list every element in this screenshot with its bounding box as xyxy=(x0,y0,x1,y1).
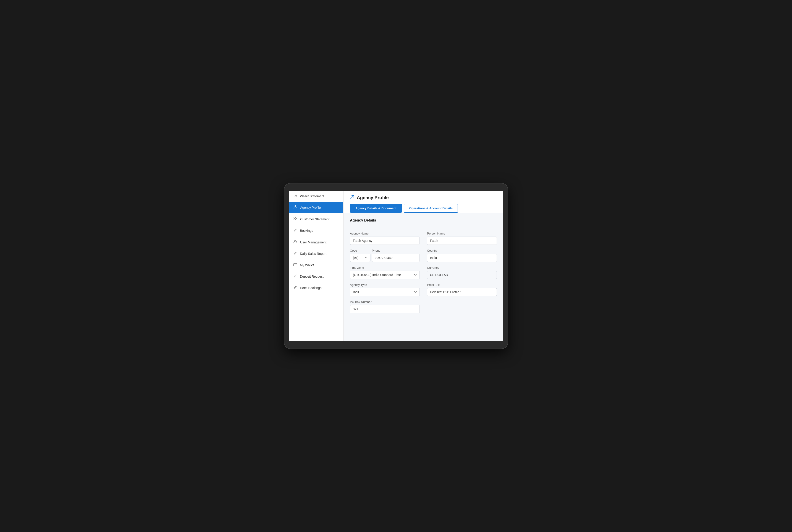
agency-name-group: Agency Name xyxy=(350,232,420,245)
section-title: Agency Details xyxy=(350,218,497,223)
wallet-statement-icon: 🗂 xyxy=(293,194,297,198)
tablet-frame: 🗂 Wallet Statement Agency Profile xyxy=(284,184,508,348)
country-group: Country xyxy=(427,249,497,262)
form-grid: Agency Name Person Name Code xyxy=(350,232,497,313)
user-management-icon xyxy=(293,240,297,245)
sidebar-item-wallet-statement[interactable]: 🗂 Wallet Statement xyxy=(289,191,343,202)
po-box-label: PO Box Number xyxy=(350,300,420,304)
person-name-label: Person Name xyxy=(427,232,497,235)
currency-group: Currency US DOLLAR xyxy=(427,266,497,279)
page-title-row: Agency Profile xyxy=(350,195,497,204)
form-area: Agency Details Agency Name Person Name xyxy=(344,213,503,319)
agency-type-group: Agency Type B2B xyxy=(350,283,420,296)
sidebar-item-label: Bookings xyxy=(300,229,313,232)
svg-point-5 xyxy=(294,240,296,242)
tab-operations-account[interactable]: Operations & Account Details xyxy=(404,204,458,213)
sidebar-item-label: Agency Profile xyxy=(300,206,321,209)
agency-type-label: Agency Type xyxy=(350,283,420,287)
divider xyxy=(350,227,497,227)
customer-statement-icon xyxy=(293,216,297,222)
deposit-request-icon xyxy=(293,274,297,279)
sidebar-item-daily-sales-report[interactable]: Daily Sales Report xyxy=(289,248,343,260)
person-name-input[interactable] xyxy=(427,236,497,245)
currency-label: Currency xyxy=(427,266,497,269)
sidebar-item-customer-statement[interactable]: Customer Statement xyxy=(289,213,343,225)
country-input[interactable] xyxy=(427,254,497,262)
agency-name-input[interactable] xyxy=(350,236,420,245)
phone-label: Phone xyxy=(372,249,420,252)
phone-group: Code (91) Phone xyxy=(350,249,420,262)
country-label: Country xyxy=(427,249,497,252)
sidebar-item-label: Customer Statement xyxy=(300,217,329,221)
agency-profile-icon xyxy=(293,205,297,210)
sidebar-item-user-management[interactable]: User Management xyxy=(289,236,343,248)
profil-b2b-group: Profil B2B xyxy=(427,283,497,296)
sidebar-item-label: Hotel Bookings xyxy=(300,286,322,290)
daily-sales-report-icon xyxy=(293,251,297,256)
sidebar-item-label: Deposit Request xyxy=(300,275,324,278)
sidebar-item-hotel-bookings[interactable]: Hotel Bookings xyxy=(289,282,343,293)
hotel-bookings-icon xyxy=(293,285,297,290)
sidebar-item-agency-profile[interactable]: Agency Profile xyxy=(289,202,343,213)
main-content: Agency Profile Agency Details & Document… xyxy=(344,191,503,341)
agency-name-label: Agency Name xyxy=(350,232,420,235)
code-label: Code xyxy=(350,249,370,252)
tablet-screen: 🗂 Wallet Statement Agency Profile xyxy=(289,191,503,341)
phone-code-select[interactable]: (91) xyxy=(350,254,370,262)
tab-agency-details-doc[interactable]: Agency Details & Document xyxy=(350,204,402,213)
svg-rect-4 xyxy=(296,219,297,220)
tab-buttons: Agency Details & Document Operations & A… xyxy=(350,204,497,213)
po-box-input[interactable] xyxy=(350,305,420,313)
my-wallet-icon xyxy=(293,263,297,268)
bookings-icon xyxy=(293,228,297,233)
timezone-group: Time Zone (UTC+05:30) India Standard Tim… xyxy=(350,266,420,279)
sidebar-item-label: User Management xyxy=(300,241,326,244)
timezone-label: Time Zone xyxy=(350,266,420,269)
timezone-select[interactable]: (UTC+05:30) India Standard Time xyxy=(350,271,420,279)
person-name-group: Person Name xyxy=(427,232,497,245)
currency-value: US DOLLAR xyxy=(427,271,497,279)
svg-rect-2 xyxy=(296,217,297,218)
page-header: Agency Profile Agency Details & Document… xyxy=(344,191,503,213)
sidebar-item-label: Wallet Statement xyxy=(300,194,324,198)
svg-rect-3 xyxy=(294,219,295,220)
profil-b2b-label: Profil B2B xyxy=(427,283,497,287)
profil-b2b-input[interactable] xyxy=(427,288,497,296)
sidebar-item-my-wallet[interactable]: My Wallet xyxy=(289,260,343,271)
agency-type-select[interactable]: B2B xyxy=(350,288,420,296)
page-title: Agency Profile xyxy=(357,195,389,200)
phone-input[interactable] xyxy=(372,254,420,262)
sidebar-item-label: My Wallet xyxy=(300,263,314,267)
sidebar-item-bookings[interactable]: Bookings xyxy=(289,225,343,236)
page-title-icon xyxy=(350,195,354,201)
sidebar-item-deposit-request[interactable]: Deposit Request xyxy=(289,271,343,282)
svg-point-0 xyxy=(294,205,296,207)
sidebar: 🗂 Wallet Statement Agency Profile xyxy=(289,191,344,341)
svg-rect-7 xyxy=(296,265,296,265)
svg-rect-1 xyxy=(294,217,295,218)
po-box-group: PO Box Number xyxy=(350,300,420,313)
sidebar-item-label: Daily Sales Report xyxy=(300,252,326,255)
